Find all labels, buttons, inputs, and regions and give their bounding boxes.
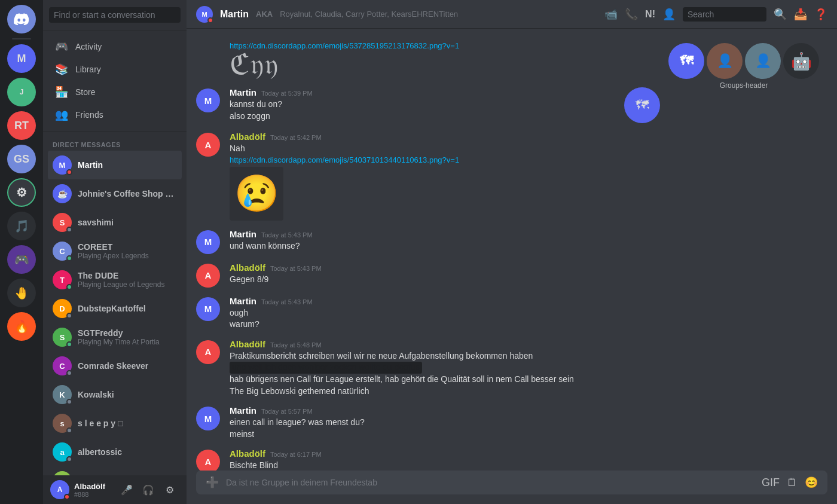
dm-sidebar: 🎮 Activity 📚 Library 🏪 Store 👥 Friends D…: [43, 0, 187, 504]
floating-avatar: 🗺: [624, 87, 660, 123]
add-friend-icon[interactable]: 👤: [662, 8, 676, 21]
discord-home-button[interactable]: [7, 5, 36, 33]
settings-button[interactable]: ⚙: [160, 480, 179, 499]
server-icon-gs[interactable]: GS: [7, 145, 36, 173]
msg-avatar-martin-4: M: [196, 407, 220, 430]
msg-text-1b: also zoggn: [230, 111, 615, 123]
call-avatar-1: 🗺: [668, 43, 704, 79]
message-group-1: M Martin Today at 5:39 PM kannst du on? …: [196, 85, 660, 126]
deafen-button[interactable]: 🎧: [139, 480, 158, 499]
dm-item-coreet[interactable]: C COREET Playing Apex Legends: [48, 237, 182, 265]
message-group-3: M Martin Today at 5:43 PM und wann könns…: [196, 227, 660, 256]
msg-text-6a: Praktikumsbericht schreiben weil wir ne …: [230, 350, 660, 374]
input-right-icons: GIF 🗒 😊: [762, 476, 818, 489]
message-input[interactable]: [226, 471, 754, 494]
msg-text-3: und wann könnse?: [230, 240, 660, 252]
server-divider: [12, 38, 31, 39]
nav-friends[interactable]: 👥 Friends: [48, 103, 182, 126]
msg-time-8: Today at 6:17 PM: [270, 451, 322, 458]
video-call-icon[interactable]: 📹: [604, 8, 618, 21]
dm-list: M Martin ☕ Johnie's Coffee Shop &... S s…: [43, 151, 187, 475]
avatar-johnie: ☕: [53, 184, 72, 203]
dm-name-dubstep: DubstepKartoffel: [78, 304, 177, 313]
dm-item-sleepy[interactable]: s s l e e p y □: [48, 409, 182, 438]
dm-item-o3o[interactable]: o o3oPuffio3o: [48, 466, 182, 475]
store-icon: 🏪: [55, 85, 68, 99]
message-input-area: ➕ GIF 🗒 😊: [187, 471, 837, 504]
dm-search-input[interactable]: [49, 7, 181, 23]
pikachu-emoji: 😢: [230, 167, 283, 221]
header-right-icons: 📹 📞 N! 👤 🔍 📥 ❓: [604, 7, 827, 22]
nav-library[interactable]: 📚 Library: [48, 58, 182, 81]
library-icon: 📚: [55, 63, 68, 76]
msg-text-2: Nah: [230, 143, 660, 155]
dm-item-dubstep[interactable]: D DubstepKartoffel: [48, 294, 182, 323]
dm-item-johnie[interactable]: ☕ Johnie's Coffee Shop &...: [48, 179, 182, 208]
status-dot-kowalski: [66, 399, 72, 405]
dm-name-comrade: Comrade Skeever: [78, 361, 177, 371]
nitro-icon[interactable]: N!: [645, 9, 655, 20]
dm-nav: 🎮 Activity 📚 Library 🏪 Store 👥 Friends: [43, 30, 187, 132]
server-icon-person[interactable]: 🔥: [7, 312, 36, 341]
sticker-icon[interactable]: 🗒: [787, 476, 798, 489]
dm-sub-the-dude: Playing League of Legends: [78, 280, 177, 289]
dm-name-kowalski: Kowalski: [78, 390, 177, 399]
message-input-box: ➕ GIF 🗒 😊: [196, 471, 827, 494]
messages-area: https://cdn.discordapp.com/emojis/537285…: [187, 29, 837, 471]
msg-content-8: Albadölf Today at 6:17 PM Bischte Blind: [230, 448, 660, 471]
nav-activity[interactable]: 🎮 Activity: [48, 35, 182, 58]
msg-avatar-albadolf-3: A: [196, 340, 220, 364]
chat-header-aka-label: AKA: [256, 10, 273, 19]
avatar-the-dude: T: [53, 270, 72, 289]
redacted-text: und weil ich doch weniger zocken wollte …: [230, 362, 422, 374]
dm-item-savshimi[interactable]: S savshimi: [48, 208, 182, 237]
dm-name-sgtfreddy: SGTFreddy: [78, 328, 177, 338]
server-icon-1[interactable]: M: [7, 44, 36, 73]
nav-store[interactable]: 🏪 Store: [48, 81, 182, 103]
inbox-icon[interactable]: 📥: [794, 8, 807, 21]
attachment-icon[interactable]: ➕: [206, 476, 219, 489]
avatar-coreet: C: [53, 242, 72, 261]
msg-text-7a: einen call in league? was menst du?: [230, 417, 660, 429]
msg-text-6c: The Big Lebowski gethemed natürlich: [230, 386, 660, 398]
gif-icon[interactable]: GIF: [762, 476, 780, 489]
nav-activity-label: Activity: [75, 42, 102, 51]
dm-item-the-dude[interactable]: T The DUDE Playing League of Legends: [48, 265, 182, 294]
status-dot-comrade: [66, 370, 72, 376]
dm-item-kowalski[interactable]: K Kowalski: [48, 380, 182, 409]
help-icon[interactable]: ❓: [814, 8, 827, 21]
dm-item-sgtfreddy[interactable]: S SGTFreddy Playing My Time At Portia: [48, 323, 182, 352]
msg-avatar-albadolf-4: A: [196, 450, 220, 471]
group-call-panel: 🗺 👤 👤 🤖 Groups-header: [660, 38, 827, 466]
chat-header-aka-names: Royalnut, Claudia, Carry Potter, KearsEH…: [280, 10, 458, 19]
squiggly-emoji: ℭ𝔶𝔶: [230, 50, 660, 79]
msg-link-2[interactable]: https://cdn.discordapp.com/emojis/540371…: [230, 155, 459, 164]
msg-text-4: Gegen 8/9: [230, 274, 660, 286]
server-icon-music[interactable]: 🎵: [7, 212, 36, 240]
emoji-icon[interactable]: 😊: [805, 476, 818, 489]
server-icon-gear[interactable]: ⚙: [7, 178, 36, 207]
header-search-input[interactable]: [683, 7, 766, 22]
server-icon-game[interactable]: 🎮: [7, 245, 36, 274]
dm-section-header: DIRECT MESSAGES: [43, 132, 187, 151]
dm-search-area: [43, 0, 187, 30]
msg-avatar-albadolf-1: A: [196, 133, 220, 157]
nav-friends-label: Friends: [75, 110, 103, 120]
server-sidebar: M J RT GS ⚙ 🎵 🎮 🤚 🔥: [0, 0, 43, 504]
mute-button[interactable]: 🎤: [117, 480, 136, 499]
server-icon-hand[interactable]: 🤚: [7, 279, 36, 307]
msg-author-2: Albadölf: [230, 132, 265, 142]
dm-item-comrade[interactable]: C Comrade Skeever: [48, 352, 182, 380]
server-icon-2[interactable]: J: [7, 78, 36, 106]
status-dot-coreet: [66, 255, 72, 261]
dm-item-albertossic[interactable]: a albertossic: [48, 438, 182, 466]
message-group-4: A Albadölf Today at 5:43 PM Gegen 8/9: [196, 260, 660, 290]
nav-library-label: Library: [75, 65, 101, 74]
avatar-o3o: o: [53, 471, 72, 475]
header-search-icon[interactable]: 🔍: [774, 8, 787, 21]
dm-item-martin[interactable]: M Martin: [48, 151, 182, 179]
msg-time-1: Today at 5:39 PM: [261, 90, 313, 97]
voice-call-icon[interactable]: 📞: [625, 8, 638, 21]
server-icon-rt[interactable]: RT: [7, 111, 36, 140]
call-avatar-4: 🤖: [783, 43, 819, 79]
